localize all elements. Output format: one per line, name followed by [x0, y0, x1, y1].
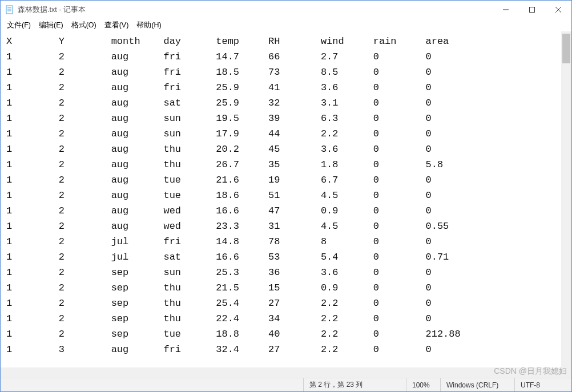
- svg-rect-0: [6, 6, 13, 14]
- scrollbar-thumb[interactable]: [562, 34, 570, 63]
- menu-file[interactable]: 文件(F): [3, 19, 35, 31]
- vertical-scrollbar[interactable]: [561, 31, 571, 367]
- menu-help[interactable]: 帮助(H): [132, 19, 165, 31]
- menu-format[interactable]: 格式(O): [67, 19, 100, 31]
- status-encoding: UTF-8: [514, 378, 571, 391]
- status-line-ending: Windows (CRLF): [440, 378, 514, 391]
- maximize-button[interactable]: [519, 1, 545, 19]
- title-bar[interactable]: 森林数据.txt - 记事本: [1, 1, 571, 19]
- text-area[interactable]: X Y month day temp RH wind rain area 1 2…: [1, 31, 561, 367]
- window-title: 森林数据.txt - 记事本: [18, 5, 86, 15]
- horizontal-scrollbar[interactable]: [1, 367, 571, 378]
- status-bar: 第 2 行，第 23 列 100% Windows (CRLF) UTF-8: [1, 378, 571, 391]
- svg-rect-5: [530, 7, 535, 13]
- close-button[interactable]: [545, 1, 571, 19]
- notepad-window: 森林数据.txt - 记事本 文件(F) 编辑(E) 格式(O) 查看(V) 帮…: [0, 0, 572, 392]
- status-cursor-position: 第 2 行，第 23 列: [303, 378, 406, 391]
- menu-edit[interactable]: 编辑(E): [35, 19, 67, 31]
- status-zoom: 100%: [406, 378, 440, 391]
- menu-view[interactable]: 查看(V): [100, 19, 133, 31]
- menu-bar: 文件(F) 编辑(E) 格式(O) 查看(V) 帮助(H): [1, 19, 571, 31]
- minimize-button[interactable]: [493, 1, 519, 19]
- notepad-app-icon: [5, 5, 14, 14]
